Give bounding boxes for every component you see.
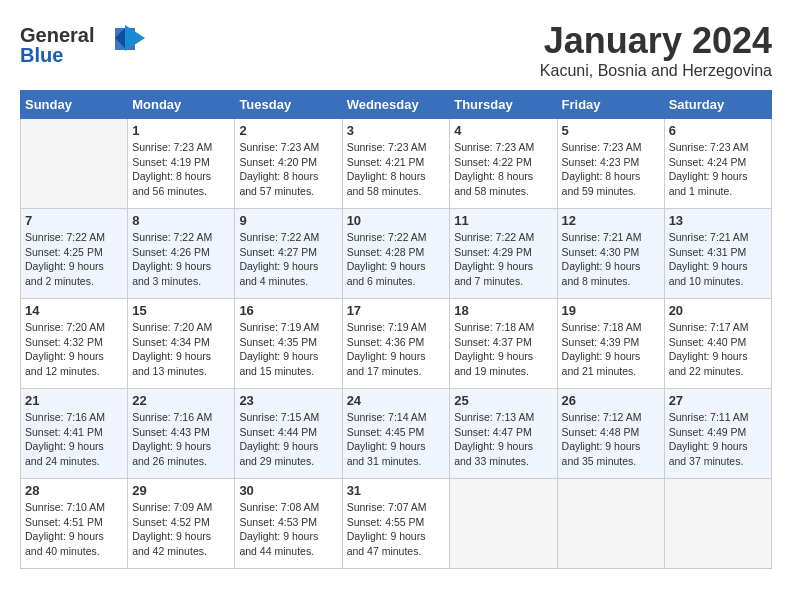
day-info: Sunrise: 7:14 AMSunset: 4:45 PMDaylight:… bbox=[347, 410, 446, 469]
calendar-cell: 5Sunrise: 7:23 AMSunset: 4:23 PMDaylight… bbox=[557, 119, 664, 209]
day-number: 22 bbox=[132, 393, 230, 408]
calendar-cell bbox=[557, 479, 664, 569]
page-header: General Blue January 2024 Kacuni, Bosnia… bbox=[20, 20, 772, 80]
day-info: Sunrise: 7:20 AMSunset: 4:34 PMDaylight:… bbox=[132, 320, 230, 379]
day-info: Sunrise: 7:23 AMSunset: 4:24 PMDaylight:… bbox=[669, 140, 767, 199]
calendar-table: SundayMondayTuesdayWednesdayThursdayFrid… bbox=[20, 90, 772, 569]
day-number: 15 bbox=[132, 303, 230, 318]
calendar-week-row: 1Sunrise: 7:23 AMSunset: 4:19 PMDaylight… bbox=[21, 119, 772, 209]
day-number: 29 bbox=[132, 483, 230, 498]
day-info: Sunrise: 7:19 AMSunset: 4:35 PMDaylight:… bbox=[239, 320, 337, 379]
calendar-header-thursday: Thursday bbox=[450, 91, 557, 119]
day-number: 11 bbox=[454, 213, 552, 228]
calendar-cell: 1Sunrise: 7:23 AMSunset: 4:19 PMDaylight… bbox=[128, 119, 235, 209]
day-info: Sunrise: 7:22 AMSunset: 4:28 PMDaylight:… bbox=[347, 230, 446, 289]
day-info: Sunrise: 7:15 AMSunset: 4:44 PMDaylight:… bbox=[239, 410, 337, 469]
day-number: 20 bbox=[669, 303, 767, 318]
calendar-cell bbox=[664, 479, 771, 569]
day-number: 5 bbox=[562, 123, 660, 138]
calendar-cell: 24Sunrise: 7:14 AMSunset: 4:45 PMDayligh… bbox=[342, 389, 450, 479]
calendar-cell: 25Sunrise: 7:13 AMSunset: 4:47 PMDayligh… bbox=[450, 389, 557, 479]
logo-text: General Blue bbox=[20, 20, 150, 74]
day-info: Sunrise: 7:09 AMSunset: 4:52 PMDaylight:… bbox=[132, 500, 230, 559]
day-number: 23 bbox=[239, 393, 337, 408]
day-number: 7 bbox=[25, 213, 123, 228]
day-number: 8 bbox=[132, 213, 230, 228]
day-info: Sunrise: 7:23 AMSunset: 4:21 PMDaylight:… bbox=[347, 140, 446, 199]
day-number: 19 bbox=[562, 303, 660, 318]
calendar-cell: 4Sunrise: 7:23 AMSunset: 4:22 PMDaylight… bbox=[450, 119, 557, 209]
calendar-week-row: 7Sunrise: 7:22 AMSunset: 4:25 PMDaylight… bbox=[21, 209, 772, 299]
calendar-header-row: SundayMondayTuesdayWednesdayThursdayFrid… bbox=[21, 91, 772, 119]
day-number: 25 bbox=[454, 393, 552, 408]
calendar-cell: 27Sunrise: 7:11 AMSunset: 4:49 PMDayligh… bbox=[664, 389, 771, 479]
calendar-cell: 12Sunrise: 7:21 AMSunset: 4:30 PMDayligh… bbox=[557, 209, 664, 299]
main-title: January 2024 bbox=[540, 20, 772, 62]
day-number: 31 bbox=[347, 483, 446, 498]
day-number: 27 bbox=[669, 393, 767, 408]
day-info: Sunrise: 7:10 AMSunset: 4:51 PMDaylight:… bbox=[25, 500, 123, 559]
calendar-cell: 11Sunrise: 7:22 AMSunset: 4:29 PMDayligh… bbox=[450, 209, 557, 299]
calendar-header-friday: Friday bbox=[557, 91, 664, 119]
day-number: 2 bbox=[239, 123, 337, 138]
calendar-header-sunday: Sunday bbox=[21, 91, 128, 119]
day-info: Sunrise: 7:19 AMSunset: 4:36 PMDaylight:… bbox=[347, 320, 446, 379]
day-info: Sunrise: 7:16 AMSunset: 4:41 PMDaylight:… bbox=[25, 410, 123, 469]
calendar-cell: 17Sunrise: 7:19 AMSunset: 4:36 PMDayligh… bbox=[342, 299, 450, 389]
calendar-cell: 28Sunrise: 7:10 AMSunset: 4:51 PMDayligh… bbox=[21, 479, 128, 569]
calendar-cell bbox=[450, 479, 557, 569]
day-info: Sunrise: 7:22 AMSunset: 4:29 PMDaylight:… bbox=[454, 230, 552, 289]
calendar-cell: 22Sunrise: 7:16 AMSunset: 4:43 PMDayligh… bbox=[128, 389, 235, 479]
day-number: 18 bbox=[454, 303, 552, 318]
day-number: 9 bbox=[239, 213, 337, 228]
calendar-cell: 23Sunrise: 7:15 AMSunset: 4:44 PMDayligh… bbox=[235, 389, 342, 479]
day-info: Sunrise: 7:18 AMSunset: 4:37 PMDaylight:… bbox=[454, 320, 552, 379]
calendar-cell: 29Sunrise: 7:09 AMSunset: 4:52 PMDayligh… bbox=[128, 479, 235, 569]
day-info: Sunrise: 7:22 AMSunset: 4:26 PMDaylight:… bbox=[132, 230, 230, 289]
day-number: 21 bbox=[25, 393, 123, 408]
logo: General Blue bbox=[20, 20, 150, 74]
day-number: 4 bbox=[454, 123, 552, 138]
day-info: Sunrise: 7:23 AMSunset: 4:23 PMDaylight:… bbox=[562, 140, 660, 199]
calendar-cell: 7Sunrise: 7:22 AMSunset: 4:25 PMDaylight… bbox=[21, 209, 128, 299]
day-info: Sunrise: 7:08 AMSunset: 4:53 PMDaylight:… bbox=[239, 500, 337, 559]
day-number: 10 bbox=[347, 213, 446, 228]
calendar-cell: 2Sunrise: 7:23 AMSunset: 4:20 PMDaylight… bbox=[235, 119, 342, 209]
day-info: Sunrise: 7:22 AMSunset: 4:27 PMDaylight:… bbox=[239, 230, 337, 289]
calendar-cell: 21Sunrise: 7:16 AMSunset: 4:41 PMDayligh… bbox=[21, 389, 128, 479]
subtitle: Kacuni, Bosnia and Herzegovina bbox=[540, 62, 772, 80]
calendar-header-wednesday: Wednesday bbox=[342, 91, 450, 119]
calendar-cell: 31Sunrise: 7:07 AMSunset: 4:55 PMDayligh… bbox=[342, 479, 450, 569]
day-number: 28 bbox=[25, 483, 123, 498]
calendar-cell: 16Sunrise: 7:19 AMSunset: 4:35 PMDayligh… bbox=[235, 299, 342, 389]
day-info: Sunrise: 7:23 AMSunset: 4:19 PMDaylight:… bbox=[132, 140, 230, 199]
calendar-cell: 6Sunrise: 7:23 AMSunset: 4:24 PMDaylight… bbox=[664, 119, 771, 209]
calendar-header-tuesday: Tuesday bbox=[235, 91, 342, 119]
calendar-header-monday: Monday bbox=[128, 91, 235, 119]
day-info: Sunrise: 7:23 AMSunset: 4:22 PMDaylight:… bbox=[454, 140, 552, 199]
day-info: Sunrise: 7:21 AMSunset: 4:31 PMDaylight:… bbox=[669, 230, 767, 289]
calendar-cell: 15Sunrise: 7:20 AMSunset: 4:34 PMDayligh… bbox=[128, 299, 235, 389]
calendar-cell: 14Sunrise: 7:20 AMSunset: 4:32 PMDayligh… bbox=[21, 299, 128, 389]
day-number: 13 bbox=[669, 213, 767, 228]
calendar-cell: 30Sunrise: 7:08 AMSunset: 4:53 PMDayligh… bbox=[235, 479, 342, 569]
calendar-cell: 18Sunrise: 7:18 AMSunset: 4:37 PMDayligh… bbox=[450, 299, 557, 389]
svg-text:General: General bbox=[20, 24, 94, 46]
calendar-header-saturday: Saturday bbox=[664, 91, 771, 119]
day-number: 17 bbox=[347, 303, 446, 318]
calendar-cell: 26Sunrise: 7:12 AMSunset: 4:48 PMDayligh… bbox=[557, 389, 664, 479]
day-info: Sunrise: 7:18 AMSunset: 4:39 PMDaylight:… bbox=[562, 320, 660, 379]
day-number: 14 bbox=[25, 303, 123, 318]
day-number: 3 bbox=[347, 123, 446, 138]
day-number: 6 bbox=[669, 123, 767, 138]
day-info: Sunrise: 7:17 AMSunset: 4:40 PMDaylight:… bbox=[669, 320, 767, 379]
calendar-cell bbox=[21, 119, 128, 209]
svg-text:Blue: Blue bbox=[20, 44, 63, 66]
calendar-week-row: 21Sunrise: 7:16 AMSunset: 4:41 PMDayligh… bbox=[21, 389, 772, 479]
day-info: Sunrise: 7:11 AMSunset: 4:49 PMDaylight:… bbox=[669, 410, 767, 469]
day-info: Sunrise: 7:20 AMSunset: 4:32 PMDaylight:… bbox=[25, 320, 123, 379]
day-info: Sunrise: 7:22 AMSunset: 4:25 PMDaylight:… bbox=[25, 230, 123, 289]
calendar-cell: 8Sunrise: 7:22 AMSunset: 4:26 PMDaylight… bbox=[128, 209, 235, 299]
calendar-week-row: 14Sunrise: 7:20 AMSunset: 4:32 PMDayligh… bbox=[21, 299, 772, 389]
calendar-cell: 19Sunrise: 7:18 AMSunset: 4:39 PMDayligh… bbox=[557, 299, 664, 389]
